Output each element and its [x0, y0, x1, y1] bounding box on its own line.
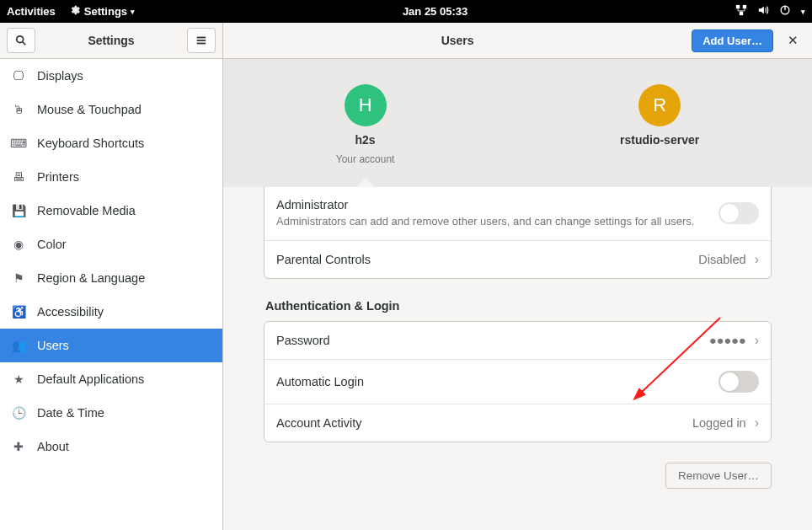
network-icon[interactable] [735, 4, 747, 19]
sidebar-item-keyboard[interactable]: ⌨Keyboard Shortcuts [0, 126, 222, 160]
mouse-icon: 🖱 [12, 103, 25, 116]
row-automatic-login[interactable]: Automatic Login [264, 360, 771, 404]
row-administrator[interactable]: Administrator Administrators can add and… [264, 187, 771, 241]
row-desc: Administrators can add and remove other … [276, 215, 710, 229]
main-panel: H h2s Your account R rstudio-server Admi… [223, 59, 812, 530]
hamburger-icon [195, 35, 207, 46]
row-label: Parental Controls [276, 253, 690, 266]
printer-icon: 🖶 [12, 170, 25, 184]
row-value: Logged in [692, 416, 746, 430]
automatic-login-toggle[interactable] [719, 371, 759, 393]
footer-actions: Remove User… [264, 463, 772, 489]
activities-button[interactable]: Activities [7, 5, 56, 18]
sidebar-item-default-apps[interactable]: ★Default Applications [0, 362, 222, 396]
sidebar-item-mouse[interactable]: 🖱Mouse & Touchpad [0, 93, 222, 126]
close-button[interactable]: ✕ [780, 28, 805, 53]
settings-panel: Administrator Administrators can add and… [223, 187, 812, 530]
headerbar: Settings Users Add User… ✕ [0, 23, 812, 59]
account-group: Administrator Administrators can add and… [264, 187, 772, 279]
gear-icon [69, 4, 81, 19]
user-chip-rstudio[interactable]: R rstudio-server [620, 84, 699, 187]
sidebar-item-region[interactable]: ⚑Region & Language [0, 261, 222, 295]
content: 🖵Displays 🖱Mouse & Touchpad ⌨Keyboard Sh… [0, 59, 812, 530]
administrator-toggle [719, 202, 759, 224]
search-button[interactable] [7, 28, 35, 53]
clock[interactable]: Jan 25 05:33 [135, 5, 735, 18]
sidebar-item-about[interactable]: ✚About [0, 430, 222, 463]
sidebar-item-printers[interactable]: 🖶Printers [0, 160, 222, 194]
svg-rect-1 [743, 5, 746, 8]
sidebar-item-date-time[interactable]: 🕒Date & Time [0, 396, 222, 430]
hamburger-button[interactable] [187, 28, 216, 53]
sidebar-item-removable[interactable]: 💾Removable Media [0, 194, 222, 228]
users-icon: 👥 [12, 339, 25, 352]
svg-rect-6 [197, 40, 206, 41]
sidebar-title: Settings [42, 34, 180, 47]
svg-rect-5 [197, 37, 206, 39]
sidebar-item-users[interactable]: 👥Users [0, 329, 222, 362]
accessibility-icon: ♿ [12, 305, 25, 319]
close-icon: ✕ [788, 33, 799, 48]
user-chip-h2s[interactable]: H h2s Your account [336, 84, 395, 187]
row-parental-controls[interactable]: Parental Controls Disabled › [264, 241, 771, 278]
star-icon: ★ [12, 372, 25, 386]
chevron-down-icon[interactable]: ▾ [801, 8, 805, 16]
sidebar-item-color[interactable]: ◉Color [0, 228, 222, 261]
avatar: H [345, 84, 387, 126]
flag-icon: ⚑ [12, 271, 25, 285]
page-title: Users [230, 34, 685, 47]
row-password[interactable]: Password ●●●●● › [264, 322, 771, 360]
svg-rect-0 [736, 5, 740, 8]
plus-icon: ✚ [12, 440, 25, 453]
color-icon: ◉ [12, 238, 25, 251]
chevron-right-icon: › [755, 333, 759, 348]
display-icon: 🖵 [12, 69, 25, 83]
sidebar: 🖵Displays 🖱Mouse & Touchpad ⌨Keyboard Sh… [0, 59, 223, 530]
row-label: Password [276, 334, 701, 347]
gnome-topbar: Activities Settings ▾ Jan 25 05:33 ▾ [0, 0, 812, 23]
user-name: rstudio-server [620, 133, 699, 147]
user-carousel: H h2s Your account R rstudio-server [223, 59, 812, 187]
keyboard-icon: ⌨ [12, 137, 25, 150]
add-user-button[interactable]: Add User… [692, 29, 773, 52]
volume-icon[interactable] [757, 4, 769, 19]
row-label: Automatic Login [276, 375, 710, 388]
topbar-app-menu[interactable]: Settings ▾ [69, 4, 135, 19]
power-icon[interactable] [779, 4, 791, 19]
clock-icon: 🕒 [12, 406, 25, 420]
row-value: ●●●●● [709, 334, 746, 347]
remove-user-button[interactable]: Remove User… [665, 463, 772, 489]
row-account-activity[interactable]: Account Activity Logged in › [264, 404, 771, 442]
section-title-auth: Authentication & Login [265, 299, 772, 313]
svg-rect-7 [197, 43, 206, 45]
search-icon [15, 35, 27, 46]
row-label: Account Activity [276, 416, 684, 430]
auth-group: Password ●●●●● › Automatic Login Account… [264, 321, 772, 442]
usb-icon: 💾 [12, 204, 25, 217]
row-value: Disabled [698, 253, 745, 266]
sidebar-item-accessibility[interactable]: ♿Accessibility [0, 295, 222, 329]
chevron-right-icon: › [755, 252, 759, 267]
avatar: R [638, 84, 681, 126]
user-sub: Your account [336, 153, 395, 165]
svg-point-4 [17, 36, 24, 43]
sidebar-item-displays[interactable]: 🖵Displays [0, 59, 222, 93]
user-name: h2s [355, 133, 376, 147]
chevron-right-icon: › [755, 415, 759, 431]
row-label: Administrator [276, 198, 710, 211]
